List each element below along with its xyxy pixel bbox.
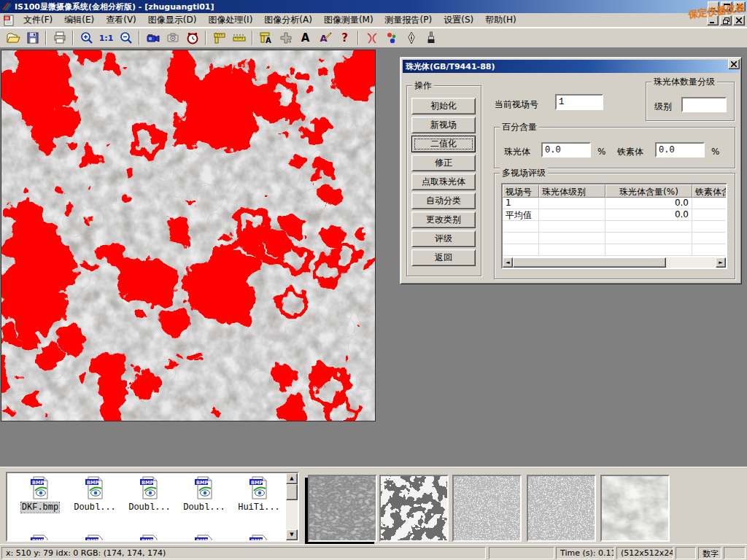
video-capture-button[interactable] [143,29,163,47]
print-button[interactable] [50,29,69,47]
menu-image-analysis[interactable]: 图像分析(A) [258,12,318,28]
bmp-file-icon: BMP [248,476,270,499]
auto-classify-button[interactable]: 自动分类 [411,192,476,209]
open-button[interactable] [3,29,23,47]
particle-tool-button[interactable] [382,29,401,47]
svg-text:BMP: BMP [142,480,153,486]
file-item[interactable]: BMP DKF.bmp [15,476,66,513]
scroll-left-button[interactable]: ◄ [503,257,513,268]
menu-settings[interactable]: 设置(S) [438,12,479,28]
thumbnail-4[interactable] [527,475,596,542]
mdi-minimize-button[interactable] [707,15,719,26]
cell-field-number: 平均值 [503,209,539,220]
menu-edit[interactable]: 编辑(E) [58,12,100,28]
file-item[interactable]: BMP [69,534,120,542]
change-class-button[interactable]: 更改类别 [411,211,476,228]
return-button[interactable]: 返回 [411,249,476,266]
file-name: DKF.bmp [21,502,59,513]
file-item[interactable]: BMP Doubl... [69,476,120,513]
thumbnail-3[interactable] [452,475,522,542]
text-button[interactable]: A [295,29,315,47]
edit-text-button[interactable]: A [315,29,335,47]
pick-pearlite-button[interactable]: 点取珠光体 [411,174,476,190]
minimize-button[interactable] [708,1,719,12]
table-row[interactable]: 1 0.0 [503,198,726,209]
zoom-out-button[interactable] [116,29,136,47]
thumbnail-1[interactable] [308,475,377,542]
menu-image-display[interactable]: 图像显示(D) [142,12,203,28]
table-horizontal-scrollbar[interactable]: ◄ ► [503,257,726,268]
thumbnail-2[interactable] [379,475,449,542]
file-item[interactable]: BMP Doubl... [124,476,175,513]
menu-file[interactable]: 文件(F) [18,12,58,28]
move-button[interactable] [276,29,295,47]
timer-button[interactable] [182,29,202,47]
title-bar[interactable]: IS100显微摄像系统(金相分析版) - [zhuguangti01] [0,0,747,13]
scroll-up-button[interactable]: ▲ [286,473,298,484]
close-button[interactable] [734,1,746,12]
micrograph-canvas[interactable] [1,50,376,421]
pearlite-input[interactable] [541,142,591,158]
mdi-close-button[interactable] [733,15,745,26]
status-spacer [676,547,696,559]
new-field-button[interactable]: 新视场 [411,117,476,133]
file-item[interactable]: BMP [124,534,175,542]
binarize-button[interactable]: 二值化 [411,136,476,152]
toolbar-separator [139,31,140,45]
curve-tool-button[interactable] [362,29,382,47]
table-row-empty [503,233,726,244]
menu-help[interactable]: 帮助(H) [479,12,522,28]
current-field-input[interactable] [555,94,603,110]
scroll-right-button[interactable]: ► [716,257,726,268]
measure-label-button[interactable]: A [256,29,276,47]
current-field-label: 当前视场号 [495,98,538,111]
menu-report[interactable]: 测量报告(P) [379,12,438,28]
scroll-thumb[interactable] [513,257,666,268]
correct-button[interactable]: 修正 [411,155,476,171]
file-item[interactable]: BMP [233,534,285,542]
initialize-button[interactable]: 初始化 [411,98,476,114]
menu-image-processing[interactable]: 图像处理(I) [202,12,258,28]
actual-size-button[interactable]: 1:1 [96,29,116,47]
table-row[interactable]: 平均值 0.0 [503,209,726,221]
video-camera-icon [146,31,160,45]
file-item[interactable]: BMP Doubl... [179,476,230,513]
cell-ferrite-content [692,209,727,220]
pearlite-dialog: 珠光体(GB/T9441-88) 操作 初始化 新视场 二值化 修正 点取珠光体… [400,57,742,284]
scroll-thumb[interactable] [286,484,298,500]
maximize-button[interactable] [721,1,732,12]
help-button[interactable]: ? [335,29,355,47]
file-item[interactable]: BMP HuiTi... [233,476,285,513]
svg-text:BMP: BMP [32,480,44,486]
dialog-title-bar[interactable]: 珠光体(GB/T9441-88) [403,60,739,73]
photo-capture-button[interactable] [163,29,182,47]
ruler-button[interactable] [229,29,249,47]
file-list-scrollbar[interactable]: ▲ ▼ [286,473,298,540]
ferrite-input[interactable] [655,142,705,158]
file-item[interactable]: BMP [179,534,230,542]
file-list[interactable]: BMP DKF.bmp BMP Doubl... BMP Doubl... BM… [6,472,299,542]
brush-tool-button[interactable] [421,29,441,47]
dotted-ruler-icon [232,31,247,45]
scroll-track[interactable] [513,257,716,268]
bmp-file-icon: BMP [29,476,51,499]
dialog-title: 珠光体(GB/T9441-88) [406,61,495,72]
menu-image-measure[interactable]: 图像测量(M) [318,12,379,28]
scroll-down-button[interactable]: ▼ [286,529,298,540]
menu-view[interactable]: 查看(V) [100,12,142,28]
pen-tool-button[interactable] [401,29,421,47]
grade-input[interactable] [681,97,727,112]
curve-cross-icon [365,31,379,45]
cursor-position-status: x: 510 y: 79 idx: 0 RGB: (174, 174, 174) [1,547,486,559]
rate-button[interactable]: 评级 [411,230,476,247]
dialog-close-button[interactable] [728,59,740,69]
caliper-button[interactable] [209,29,229,47]
zoom-in-button[interactable] [77,29,96,47]
col-pearlite-grade: 珠光体级别 [539,184,605,198]
mdi-restore-button[interactable] [720,15,732,26]
move-cross-icon [279,31,293,45]
thumbnail-5[interactable] [600,475,670,542]
file-item[interactable]: BMP [15,534,66,542]
document-icon[interactable] [3,15,15,26]
save-button[interactable] [23,29,42,47]
